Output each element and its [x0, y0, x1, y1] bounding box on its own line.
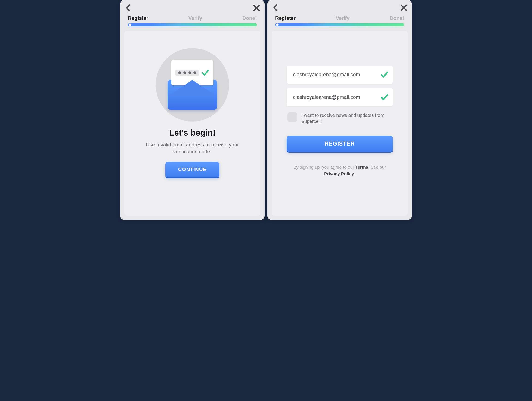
progress-bar — [275, 23, 404, 26]
envelope-illustration — [156, 48, 229, 121]
legal-text: By signing up, you agree to our Terms. S… — [286, 164, 393, 177]
continue-button[interactable]: CONTINUE — [165, 162, 220, 177]
intro-subtext: Use a valid email address to receive you… — [139, 141, 246, 155]
close-button[interactable] — [400, 4, 408, 12]
progress-knob — [276, 24, 279, 26]
register-button[interactable]: REGISTER — [286, 136, 393, 152]
close-icon — [400, 4, 407, 11]
step-register: Register — [128, 15, 148, 21]
progress-knob — [129, 24, 131, 26]
confirm-email-field[interactable] — [292, 94, 380, 101]
register-intro-panel: Register Verify Done! Let's begin! — [120, 0, 265, 220]
progress-bar — [128, 23, 257, 26]
terms-link[interactable]: Terms — [355, 165, 368, 170]
confirm-email-field-wrapper — [286, 88, 393, 106]
newsletter-label: I want to receive news and updates from … — [301, 112, 392, 124]
back-button[interactable] — [124, 4, 132, 12]
step-verify: Verify — [188, 15, 202, 21]
step-done: Done! — [242, 15, 257, 21]
privacy-link[interactable]: Privacy Policy — [324, 172, 354, 176]
step-register: Register — [275, 15, 296, 21]
step-done: Done! — [390, 15, 404, 21]
email-field[interactable] — [292, 71, 380, 78]
checkmark-icon — [380, 70, 389, 79]
newsletter-consent-row: I want to receive news and updates from … — [286, 112, 393, 124]
chevron-left-icon — [126, 4, 131, 11]
checkmark-icon — [380, 93, 389, 102]
register-form-panel: Register Verify Done! I want to receive … — [267, 0, 412, 220]
checkmark-icon — [201, 69, 209, 77]
close-icon — [253, 4, 260, 11]
progress-steps: Register Verify Done! — [267, 14, 412, 21]
intro-card: Let's begin! Use a valid email address t… — [124, 31, 260, 216]
form-card: I want to receive news and updates from … — [272, 31, 408, 216]
newsletter-checkbox[interactable] — [287, 112, 297, 122]
back-button[interactable] — [272, 4, 279, 12]
chevron-left-icon — [273, 4, 278, 11]
step-verify: Verify — [336, 15, 350, 21]
progress-steps: Register Verify Done! — [120, 14, 265, 21]
email-field-wrapper — [286, 66, 393, 84]
close-button[interactable] — [253, 4, 260, 12]
intro-headline: Let's begin! — [169, 128, 216, 138]
